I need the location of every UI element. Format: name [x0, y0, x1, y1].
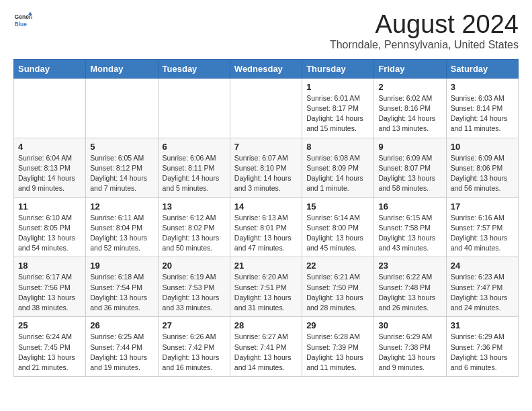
header-day-saturday: Saturday	[446, 59, 518, 78]
calendar-cell: 1Sunrise: 6:01 AMSunset: 8:17 PMDaylight…	[302, 78, 374, 138]
cell-content: Sunrise: 6:26 AMSunset: 7:42 PMDaylight:…	[163, 332, 226, 373]
cell-content: Sunrise: 6:22 AMSunset: 7:48 PMDaylight:…	[378, 272, 441, 313]
calendar-cell: 6Sunrise: 6:06 AMSunset: 8:11 PMDaylight…	[158, 138, 230, 197]
week-row-4: 18Sunrise: 6:17 AMSunset: 7:56 PMDayligh…	[14, 257, 519, 317]
cell-content: Sunrise: 6:21 AMSunset: 7:50 PMDaylight:…	[306, 272, 369, 313]
header-day-friday: Friday	[374, 59, 446, 78]
cell-content: Sunrise: 6:14 AMSunset: 8:00 PMDaylight:…	[306, 213, 369, 254]
calendar-cell	[14, 78, 86, 138]
subtitle: Thorndale, Pennsylvania, United States	[330, 39, 519, 51]
calendar-cell: 27Sunrise: 6:26 AMSunset: 7:42 PMDayligh…	[158, 317, 230, 377]
calendar-cell: 16Sunrise: 6:15 AMSunset: 7:58 PMDayligh…	[374, 197, 446, 257]
day-number: 14	[234, 201, 298, 212]
cell-content: Sunrise: 6:08 AMSunset: 8:09 PMDaylight:…	[306, 153, 369, 194]
day-number: 12	[90, 201, 153, 212]
calendar-body: 1Sunrise: 6:01 AMSunset: 8:17 PMDaylight…	[14, 78, 519, 376]
day-number: 18	[18, 261, 81, 271]
day-number: 1	[306, 82, 369, 92]
day-number: 15	[306, 201, 369, 212]
calendar-table: SundayMondayTuesdayWednesdayThursdayFrid…	[13, 59, 519, 377]
cell-content: Sunrise: 6:02 AMSunset: 8:16 PMDaylight:…	[378, 93, 441, 134]
day-number: 6	[163, 142, 226, 152]
cell-content: Sunrise: 6:04 AMSunset: 8:13 PMDaylight:…	[18, 153, 81, 194]
week-row-2: 4Sunrise: 6:04 AMSunset: 8:13 PMDaylight…	[14, 138, 519, 197]
cell-content: Sunrise: 6:29 AMSunset: 7:38 PMDaylight:…	[378, 332, 441, 373]
cell-content: Sunrise: 6:10 AMSunset: 8:05 PMDaylight:…	[18, 213, 81, 254]
day-number: 9	[378, 142, 441, 152]
day-number: 28	[234, 320, 298, 330]
day-number: 29	[306, 320, 369, 330]
calendar-cell: 4Sunrise: 6:04 AMSunset: 8:13 PMDaylight…	[14, 138, 86, 197]
calendar-cell: 22Sunrise: 6:21 AMSunset: 7:50 PMDayligh…	[302, 257, 374, 317]
cell-content: Sunrise: 6:01 AMSunset: 8:17 PMDaylight:…	[306, 93, 369, 134]
calendar-cell: 18Sunrise: 6:17 AMSunset: 7:56 PMDayligh…	[14, 257, 86, 317]
day-number: 2	[378, 82, 441, 92]
header-day-wednesday: Wednesday	[230, 59, 302, 78]
calendar-cell: 11Sunrise: 6:10 AMSunset: 8:05 PMDayligh…	[14, 197, 86, 257]
day-number: 26	[90, 320, 153, 330]
cell-content: Sunrise: 6:25 AMSunset: 7:44 PMDaylight:…	[90, 332, 153, 373]
calendar-cell	[86, 78, 158, 138]
calendar-header: SundayMondayTuesdayWednesdayThursdayFrid…	[14, 59, 519, 78]
header-day-monday: Monday	[86, 59, 158, 78]
calendar-cell: 23Sunrise: 6:22 AMSunset: 7:48 PMDayligh…	[374, 257, 446, 317]
calendar-cell: 5Sunrise: 6:05 AMSunset: 8:12 PMDaylight…	[86, 138, 158, 197]
cell-content: Sunrise: 6:15 AMSunset: 7:58 PMDaylight:…	[378, 213, 441, 254]
day-number: 23	[378, 261, 441, 271]
cell-content: Sunrise: 6:27 AMSunset: 7:41 PMDaylight:…	[234, 332, 298, 373]
cell-content: Sunrise: 6:07 AMSunset: 8:10 PMDaylight:…	[234, 153, 298, 194]
day-number: 16	[378, 201, 441, 212]
day-number: 3	[451, 82, 514, 92]
calendar-cell: 26Sunrise: 6:25 AMSunset: 7:44 PMDayligh…	[86, 317, 158, 377]
header-row: SundayMondayTuesdayWednesdayThursdayFrid…	[14, 59, 519, 78]
day-number: 20	[163, 261, 226, 271]
day-number: 21	[234, 261, 298, 271]
cell-content: Sunrise: 6:28 AMSunset: 7:39 PMDaylight:…	[306, 332, 369, 373]
calendar-cell: 29Sunrise: 6:28 AMSunset: 7:39 PMDayligh…	[302, 317, 374, 377]
header-day-tuesday: Tuesday	[158, 59, 230, 78]
calendar-cell: 24Sunrise: 6:23 AMSunset: 7:47 PMDayligh…	[446, 257, 518, 317]
calendar-cell: 3Sunrise: 6:03 AMSunset: 8:14 PMDaylight…	[446, 78, 518, 138]
day-number: 19	[90, 261, 153, 271]
calendar-cell: 21Sunrise: 6:20 AMSunset: 7:51 PMDayligh…	[230, 257, 302, 317]
day-number: 30	[378, 320, 441, 330]
day-number: 11	[18, 201, 81, 212]
cell-content: Sunrise: 6:05 AMSunset: 8:12 PMDaylight:…	[90, 153, 153, 194]
calendar-cell: 12Sunrise: 6:11 AMSunset: 8:04 PMDayligh…	[86, 197, 158, 257]
calendar-cell: 25Sunrise: 6:24 AMSunset: 7:45 PMDayligh…	[14, 317, 86, 377]
day-number: 22	[306, 261, 369, 271]
day-number: 8	[306, 142, 369, 152]
cell-content: Sunrise: 6:13 AMSunset: 8:01 PMDaylight:…	[234, 213, 298, 254]
calendar-cell: 28Sunrise: 6:27 AMSunset: 7:41 PMDayligh…	[230, 317, 302, 377]
cell-content: Sunrise: 6:24 AMSunset: 7:45 PMDaylight:…	[18, 332, 81, 373]
day-number: 24	[451, 261, 514, 271]
calendar-cell: 2Sunrise: 6:02 AMSunset: 8:16 PMDaylight…	[374, 78, 446, 138]
calendar-cell: 7Sunrise: 6:07 AMSunset: 8:10 PMDaylight…	[230, 138, 302, 197]
day-number: 10	[451, 142, 514, 152]
header-day-thursday: Thursday	[302, 59, 374, 78]
day-number: 27	[163, 320, 226, 330]
day-number: 25	[18, 320, 81, 330]
calendar-cell	[158, 78, 230, 138]
calendar-cell: 20Sunrise: 6:19 AMSunset: 7:53 PMDayligh…	[158, 257, 230, 317]
cell-content: Sunrise: 6:29 AMSunset: 7:36 PMDaylight:…	[451, 332, 514, 373]
cell-content: Sunrise: 6:06 AMSunset: 8:11 PMDaylight:…	[163, 153, 226, 194]
logo-icon: General Blue	[13, 11, 32, 30]
header-day-sunday: Sunday	[14, 59, 86, 78]
week-row-5: 25Sunrise: 6:24 AMSunset: 7:45 PMDayligh…	[14, 317, 519, 377]
cell-content: Sunrise: 6:18 AMSunset: 7:54 PMDaylight:…	[90, 272, 153, 313]
cell-content: Sunrise: 6:16 AMSunset: 7:57 PMDaylight:…	[451, 213, 514, 254]
cell-content: Sunrise: 6:17 AMSunset: 7:56 PMDaylight:…	[18, 272, 81, 313]
header: General Blue August 2024 Thorndale, Penn…	[13, 11, 519, 51]
calendar-cell: 13Sunrise: 6:12 AMSunset: 8:02 PMDayligh…	[158, 197, 230, 257]
week-row-3: 11Sunrise: 6:10 AMSunset: 8:05 PMDayligh…	[14, 197, 519, 257]
cell-content: Sunrise: 6:09 AMSunset: 8:06 PMDaylight:…	[451, 153, 514, 194]
day-number: 7	[234, 142, 298, 152]
cell-content: Sunrise: 6:12 AMSunset: 8:02 PMDaylight:…	[163, 213, 226, 254]
day-number: 31	[451, 320, 514, 330]
day-number: 13	[163, 201, 226, 212]
main-title: August 2024	[330, 11, 519, 39]
cell-content: Sunrise: 6:09 AMSunset: 8:07 PMDaylight:…	[378, 153, 441, 194]
cell-content: Sunrise: 6:23 AMSunset: 7:47 PMDaylight:…	[451, 272, 514, 313]
day-number: 4	[18, 142, 81, 152]
